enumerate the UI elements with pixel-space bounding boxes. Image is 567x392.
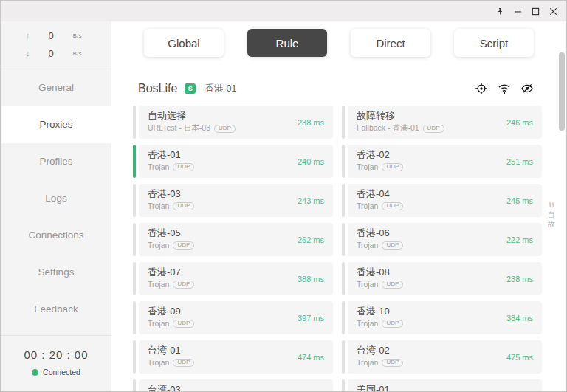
latency-value: 262 ms	[298, 235, 324, 244]
maximize-icon[interactable]	[526, 2, 544, 20]
udp-badge: UDP	[214, 125, 236, 133]
connected-dot-icon	[32, 369, 38, 376]
proxy-protocol: Trojan	[357, 358, 378, 367]
eye-off-icon[interactable]	[520, 82, 534, 95]
udp-badge: UDP	[382, 163, 403, 171]
selection-indicator	[133, 301, 136, 334]
group-actions	[475, 82, 534, 95]
proxy-card[interactable]: 香港-08TrojanUDP238 ms	[342, 262, 542, 295]
proxy-card[interactable]: 香港-09TrojanUDP397 ms	[133, 301, 333, 334]
proxy-protocol: Trojan	[357, 162, 378, 171]
udp-badge: UDP	[173, 359, 194, 367]
locate-icon[interactable]	[475, 82, 488, 95]
sidebar-item-settings[interactable]: Settings	[1, 254, 111, 291]
download-speed: ↓ 0 B/s	[1, 44, 111, 62]
sidebar-item-proxies[interactable]: Proxies	[1, 106, 111, 143]
proxy-card[interactable]: 香港-01TrojanUDP240 ms	[133, 145, 333, 178]
tab-rule[interactable]: Rule	[247, 29, 327, 57]
proxy-protocol: Trojan	[148, 358, 169, 367]
proxy-card-body[interactable]: 香港-02TrojanUDP251 ms	[348, 145, 542, 178]
proxy-card[interactable]: 香港-05TrojanUDP262 ms	[133, 223, 333, 256]
proxy-card-body[interactable]: 香港-01TrojanUDP240 ms	[139, 145, 333, 178]
selection-indicator	[133, 340, 136, 374]
wifi-test-icon[interactable]	[498, 82, 511, 95]
proxy-card[interactable]: 香港-06TrojanUDP222 ms	[342, 223, 542, 256]
sidebar-footer: 00 : 20 : 00 Connected	[1, 335, 111, 391]
proxy-protocol: URLTest - 日本-03	[148, 123, 210, 134]
scrollbar-thumb[interactable]	[559, 52, 565, 131]
selection-indicator	[342, 340, 345, 374]
proxy-card-body[interactable]: 自动选择URLTest - 日本-03UDP238 ms	[139, 106, 333, 139]
proxy-card[interactable]: 香港-07TrojanUDP388 ms	[133, 262, 333, 295]
proxy-card-body[interactable]: 台湾-02TrojanUDP475 ms	[348, 340, 542, 374]
proxy-card-body[interactable]: 香港-08TrojanUDP238 ms	[348, 262, 542, 295]
tab-global[interactable]: Global	[144, 29, 224, 57]
proxy-card[interactable]: 香港-03TrojanUDP243 ms	[133, 184, 333, 217]
proxy-card-body[interactable]: 香港-04TrojanUDP245 ms	[348, 184, 542, 217]
proxies-page: GlobalRuleDirectScript BosLife S 香港-01 自…	[111, 21, 566, 391]
proxy-card-body[interactable]: 香港-06TrojanUDP222 ms	[348, 223, 542, 256]
proxy-card-body[interactable]: 香港-03TrojanUDP243 ms	[139, 184, 333, 217]
proxy-protocol: Trojan	[357, 319, 378, 328]
proxy-card[interactable]: 自动选择URLTest - 日本-03UDP238 ms	[133, 106, 333, 139]
udp-badge: UDP	[173, 241, 194, 250]
group-index-letter[interactable]: 故	[546, 219, 557, 229]
proxy-card-body[interactable]: 美国-01TrojanUDP520 ms	[348, 379, 542, 391]
upload-speed: ↑ 0 B/s	[1, 27, 111, 44]
upload-arrow-icon: ↑	[26, 31, 35, 40]
selection-indicator	[342, 223, 345, 256]
proxy-card[interactable]: 台湾-02TrojanUDP475 ms	[342, 340, 542, 374]
udp-badge: UDP	[423, 125, 444, 133]
proxy-card[interactable]: 故障转移Fallback - 香港-01UDP246 ms	[342, 106, 542, 139]
group-header: BosLife S 香港-01	[111, 78, 566, 100]
proxy-name: 台湾-03	[148, 384, 324, 391]
sidebar-item-connections[interactable]: Connections	[1, 217, 111, 254]
proxy-card-body[interactable]: 香港-09TrojanUDP397 ms	[139, 301, 333, 334]
proxy-card-body[interactable]: 香港-05TrojanUDP262 ms	[139, 223, 333, 256]
proxy-card-body[interactable]: 台湾-03TrojanUDP465 ms	[139, 379, 333, 391]
sidebar-item-logs[interactable]: Logs	[1, 180, 111, 217]
proxy-card[interactable]: 台湾-03TrojanUDP465 ms	[133, 379, 333, 391]
udp-badge: UDP	[382, 281, 403, 289]
proxy-card[interactable]: 香港-04TrojanUDP245 ms	[342, 184, 542, 217]
proxy-card[interactable]: 香港-02TrojanUDP251 ms	[342, 145, 542, 178]
sidebar-item-feedback[interactable]: Feedback	[1, 291, 111, 328]
proxy-card[interactable]: 香港-10TrojanUDP384 ms	[342, 301, 542, 334]
proxy-card-body[interactable]: 故障转移Fallback - 香港-01UDP246 ms	[348, 106, 542, 139]
tab-script[interactable]: Script	[454, 29, 534, 57]
group-index-letter[interactable]: B	[546, 200, 557, 210]
latency-value: 243 ms	[298, 196, 324, 205]
proxy-card[interactable]: 美国-01TrojanUDP520 ms	[342, 379, 542, 391]
proxy-card-body[interactable]: 香港-07TrojanUDP388 ms	[139, 262, 333, 295]
proxy-protocol: Fallback - 香港-01	[357, 123, 419, 134]
selection-indicator	[342, 145, 345, 178]
tab-direct[interactable]: Direct	[351, 29, 430, 57]
sidebar-item-profiles[interactable]: Profiles	[1, 143, 111, 180]
group-index-letter[interactable]: 自	[546, 210, 557, 219]
selection-indicator	[133, 223, 136, 256]
proxy-protocol: Trojan	[357, 202, 378, 210]
proxy-card-body[interactable]: 台湾-01TrojanUDP474 ms	[139, 340, 333, 374]
latency-value: 388 ms	[298, 275, 324, 283]
group-index: B自故	[546, 200, 557, 229]
proxy-protocol: Trojan	[148, 162, 169, 171]
proxy-card[interactable]: 台湾-01TrojanUDP474 ms	[133, 340, 333, 374]
proxy-name: 美国-01	[357, 384, 533, 391]
sidebar-nav: GeneralProxiesProfilesLogsConnectionsSet…	[1, 69, 111, 328]
download-unit: B/s	[73, 50, 82, 57]
close-icon[interactable]	[544, 2, 562, 20]
latency-value: 245 ms	[506, 196, 533, 205]
download-value: 0	[35, 48, 67, 59]
minimize-icon[interactable]	[509, 2, 526, 20]
sidebar-item-general[interactable]: General	[1, 69, 111, 106]
latency-value: 475 ms	[506, 353, 533, 362]
latency-value: 240 ms	[298, 157, 324, 166]
selection-indicator	[342, 379, 345, 391]
latency-value: 384 ms	[506, 314, 533, 323]
proxy-card-body[interactable]: 香港-10TrojanUDP384 ms	[348, 301, 542, 334]
selection-indicator	[342, 301, 345, 334]
titlebar	[1, 1, 566, 21]
pin-icon[interactable]	[491, 2, 509, 20]
udp-badge: UDP	[173, 281, 194, 289]
latency-value: 397 ms	[298, 314, 324, 323]
